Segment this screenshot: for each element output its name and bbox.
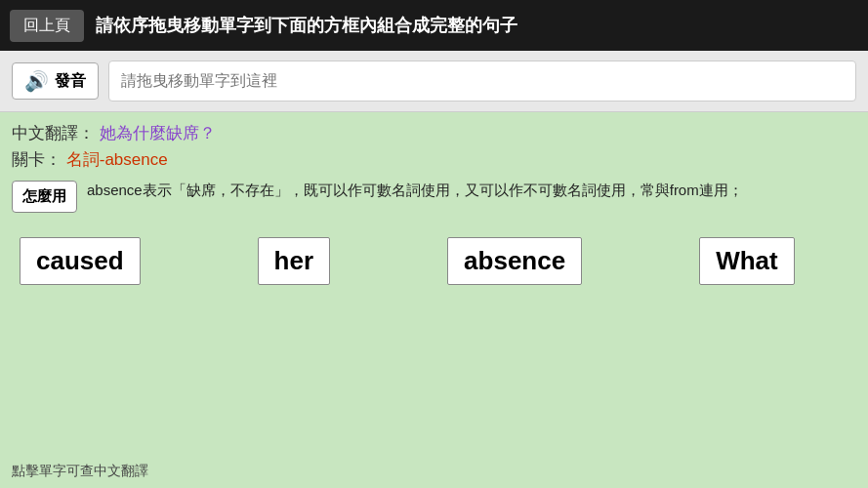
header-bar: 回上頁 請依序拖曳移動單字到下面的方框內組合成完整的句子 bbox=[0, 0, 868, 51]
word-tile-what[interactable]: What bbox=[699, 237, 795, 285]
word-tile-caused[interactable]: caused bbox=[20, 237, 141, 285]
footer-text: 點擊單字可查中文翻譯 bbox=[12, 463, 148, 478]
translation-label: 中文翻譯： bbox=[12, 124, 95, 142]
main-content: 中文翻譯： 她為什麼缺席？ 關卡： 名詞-absence 怎麼用 absence… bbox=[0, 112, 868, 305]
translation-line: 中文翻譯： 她為什麼缺席？ bbox=[12, 122, 856, 144]
back-button[interactable]: 回上頁 bbox=[10, 10, 84, 42]
keyword-label: 關卡： bbox=[12, 150, 62, 169]
speak-label: 發音 bbox=[55, 71, 86, 92]
input-row: 🔊 發音 bbox=[0, 51, 868, 112]
how-to-use-button[interactable]: 怎麼用 bbox=[12, 181, 77, 213]
word-tile-absence[interactable]: absence bbox=[447, 237, 582, 285]
sentence-input[interactable] bbox=[108, 61, 856, 102]
words-area: causedherabsenceWhat bbox=[12, 226, 856, 295]
translation-text: 她為什麼缺席？ bbox=[100, 124, 216, 142]
keyword-line: 關卡： 名詞-absence bbox=[12, 148, 856, 171]
speaker-icon: 🔊 bbox=[24, 69, 49, 93]
word-tile-her[interactable]: her bbox=[258, 237, 330, 285]
keyword-text: 名詞-absence bbox=[66, 150, 168, 169]
speak-button[interactable]: 🔊 發音 bbox=[12, 62, 99, 100]
explanation-text: absence表示「缺席，不存在」，既可以作可數名詞使用，又可以作不可數名詞使用… bbox=[87, 179, 856, 202]
footer: 點擊單字可查中文翻譯 bbox=[12, 463, 148, 480]
explanation-row: 怎麼用 absence表示「缺席，不存在」，既可以作可數名詞使用，又可以作不可數… bbox=[12, 179, 856, 213]
header-title: 請依序拖曳移動單字到下面的方框內組合成完整的句子 bbox=[96, 14, 517, 37]
